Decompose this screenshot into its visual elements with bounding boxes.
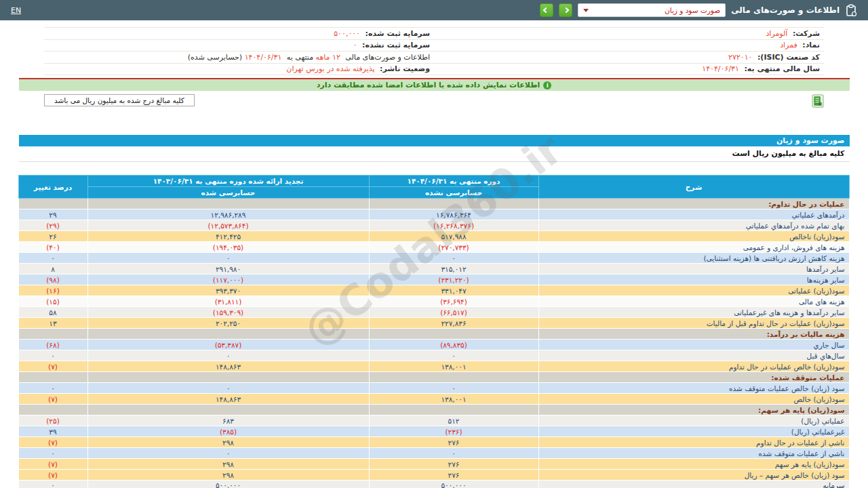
cell-restated: ۲۹۸	[87, 459, 369, 470]
cell-change: (۹۸)	[18, 274, 87, 285]
cell-restated	[87, 405, 369, 415]
symbol-label: نماد:	[802, 41, 820, 49]
report-type-select[interactable]: صورت سود و زیان	[578, 3, 726, 17]
cell-change: (۷)	[18, 361, 87, 372]
cell-change: (۱۵)	[18, 296, 87, 307]
company-label: شرکت:	[793, 29, 820, 38]
language-toggle-en[interactable]: EN	[11, 6, 21, 15]
cell-current: ۳۱۵,۰۱۲	[369, 264, 538, 274]
fiscal-year-label: سال مالی منتهی به:	[744, 64, 820, 73]
cell-current: ۵۰۰,۰۰۰	[369, 481, 538, 488]
statement-table-wrap: @Codal360.ir شرح دوره منتهی به ۱۴۰۴/۰۶/۳…	[19, 175, 850, 488]
col-subheader-audited: حسابرسی شده	[87, 187, 369, 199]
cell-current	[369, 405, 538, 415]
period-prefix: اطلاعات و صورت‌های مالی	[345, 53, 430, 62]
cell-change: ۰	[18, 448, 87, 459]
row-label: عملیات در حال تداوم:	[538, 199, 849, 209]
cell-restated: ۱۲,۹۸۶,۲۸۹	[87, 209, 369, 220]
cell-restated: ۲۹۸	[87, 470, 369, 481]
cell-change: ۳۹	[18, 426, 87, 437]
cell-current	[369, 372, 538, 383]
row-label: عملیاتي (ریال)	[538, 415, 849, 426]
cell-current	[369, 199, 538, 209]
excel-export-icon[interactable]	[812, 94, 824, 108]
report-select-value: صورت سود و زیان	[665, 6, 720, 14]
clipboard-icon	[845, 4, 857, 16]
cell-restated: ۱۴۸,۸۶۳	[87, 394, 369, 405]
company-value: آلومراد	[766, 29, 790, 38]
cell-restated: (۱۱۷,۰۰۰)	[87, 274, 369, 285]
cell-change: (۷)	[18, 459, 87, 470]
next-report-button[interactable]	[559, 3, 572, 17]
row-label: درآمدهای عملیاتي	[538, 209, 849, 220]
table-row: سایر درآمدها۳۱۵,۰۱۲۲۹۱,۹۸۰۸	[18, 264, 849, 274]
table-row: عملیاتي (ریال)۵۱۲۶۸۳(۲۵)	[18, 415, 849, 426]
table-row: سود (زیان) خالص عملیات متوقف شده۰۰۰	[18, 383, 849, 394]
statement-table-body: عملیات در حال تداوم:درآمدهای عملیاتي۱۶,۷…	[18, 199, 849, 488]
row-label: هزینه کاهش ارزش دریافتنی ها (هزینه استثن…	[538, 253, 849, 264]
cell-current: ۰	[369, 350, 538, 361]
registered-capital-value: ۵۰۰,۰۰۰	[334, 29, 363, 38]
row-label: سرمایه	[538, 481, 849, 488]
cell-current: ۰	[369, 383, 538, 394]
table-row: سود(زیان) عملیاتی۳۳۱,۰۴۷۳۹۳,۳۷۰(۱۶)	[18, 285, 849, 296]
cell-restated: ۰	[87, 350, 369, 361]
table-row: سال‌هاي قبل۰۰۰	[18, 350, 849, 361]
statement-table: شرح دوره منتهی به ۱۴۰۴/۰۶/۳۱ تجدید ارائه…	[18, 175, 850, 488]
row-label: هزینه مالیات بر درآمد:	[538, 329, 849, 340]
cell-current: ۵۱۲	[369, 415, 538, 426]
col-subheader-unaudited: حسابرسی نشده	[369, 187, 538, 199]
cell-restated: (۳۸۵)	[87, 426, 369, 437]
cell-change: (۲۵)	[18, 415, 87, 426]
row-label: ناشي از عملیات متوقف شده	[538, 448, 849, 459]
table-row: ناشي از عملیات متوقف شده۰۰۰	[18, 448, 849, 459]
cell-current: ۲۲۷,۸۳۶	[369, 318, 538, 329]
cell-current: ۱۳۸,۰۰۱	[369, 394, 538, 405]
table-row: درآمدهای عملیاتي۱۶,۷۸۶,۳۶۴۱۲,۹۸۶,۲۸۹۲۹	[18, 209, 849, 220]
cell-restated	[87, 199, 369, 209]
row-label: سود(زیان) ناخالص	[538, 231, 849, 242]
period-months: ۱۲ ماهه	[316, 53, 343, 62]
statement-table-head: شرح دوره منتهی به ۱۴۰۴/۰۶/۳۱ تجدید ارائه…	[18, 176, 849, 199]
table-row: هزینه های مالی(۳۶,۶۹۴)(۳۱,۸۱۱)(۱۵)	[18, 296, 849, 307]
col-header-current-period: دوره منتهی به ۱۴۰۴/۰۶/۳۱	[369, 176, 538, 187]
cell-restated: (۱۲,۵۷۳,۸۶۴)	[87, 220, 369, 231]
table-row: سود(زیان) خالص عملیات در حال تداوم۱۳۸,۰۰…	[18, 361, 849, 372]
info-icon: i	[543, 81, 551, 89]
table-row: سایر درآمدها و هزینه های غیرعملیاتی(۶۶,۵…	[18, 307, 849, 318]
row-label: سود(زیان) خالص عملیات در حال تداوم	[538, 361, 849, 372]
cell-restated: ۰	[87, 448, 369, 459]
cell-change: ۰	[18, 481, 87, 488]
cell-restated: (۵۳,۳۸۷)	[87, 340, 369, 350]
table-row: هزینه های فروش، اداری و عمومی(۲۷۰,۷۳۳)(۱…	[18, 242, 849, 253]
cell-restated: ۰	[87, 383, 369, 394]
cell-current: ۵۱۷,۹۸۸	[369, 231, 538, 242]
table-row: سال جاري(۸۹,۸۳۵)(۵۳,۳۸۷)(۶۸)	[18, 340, 849, 350]
isic-label: کد صنعت (ISIC):	[757, 53, 820, 62]
chevron-right-icon	[564, 7, 569, 13]
cell-restated: (۳۱,۸۱۱)	[87, 296, 369, 307]
row-label: ناشي از عملیات در حال تداوم	[538, 437, 849, 448]
row-label: سال‌هاي قبل	[538, 350, 849, 361]
cell-restated: ۳۹۳,۳۷۰	[87, 285, 369, 296]
cell-change: ۱۳	[18, 318, 87, 329]
cell-current: (۲۳۶)	[369, 426, 538, 437]
row-label: بهای تمام شده درآمدهاي عملیاتي	[538, 220, 849, 231]
table-row: سایر هزینه‌ها(۲۳۱,۲۲۰)(۱۱۷,۰۰۰)(۹۸)	[18, 274, 849, 285]
cell-restated	[87, 329, 369, 340]
row-label: سایر درآمدها و هزینه های غیرعملیاتی	[538, 307, 849, 318]
cell-current: ۰	[369, 253, 538, 264]
cell-current: (۸۹,۸۳۵)	[369, 340, 538, 350]
cell-restated	[87, 372, 369, 383]
top-navigation-bar: اطلاعات و صورت‌های مالی صورت سود و زیان …	[0, 0, 868, 20]
registered-capital-label: سرمایه ثبت شده:	[366, 29, 430, 38]
row-label: غیرعملیاتي (ریال)	[538, 426, 849, 437]
cell-current: ۳۳۱,۰۴۷	[369, 285, 538, 296]
cell-change: (۷)	[18, 437, 87, 448]
cell-change: ۵۸	[18, 307, 87, 318]
row-label: سود (زیان) خالص هر سهم – ریال	[538, 470, 849, 481]
fiscal-year-value: ۱۴۰۴/۰۶/۳۱	[702, 64, 742, 73]
row-label: سود(زیان) عملیاتی	[538, 285, 849, 296]
previous-report-button[interactable]	[540, 3, 553, 17]
cell-current: ۲۷۶	[369, 437, 538, 448]
